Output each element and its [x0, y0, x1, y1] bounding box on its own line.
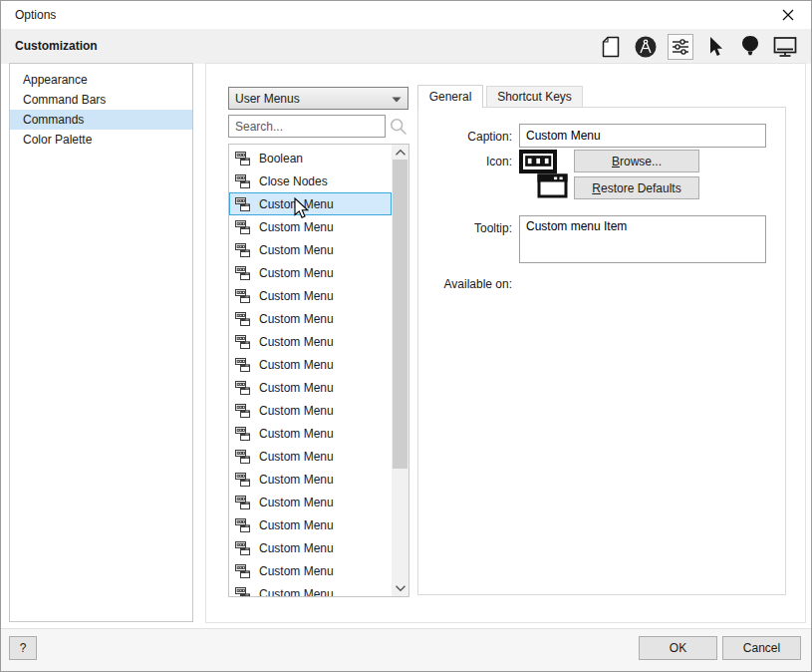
list-item[interactable]: Custom Menu — [229, 330, 392, 353]
command-list: Boolean Close Nodes — [228, 144, 409, 597]
list-item-label: Custom Menu — [259, 381, 334, 395]
custom-menu-icon — [234, 310, 251, 327]
list-item[interactable]: Custom Menu — [229, 261, 392, 284]
list-item[interactable]: Custom Menu — [229, 582, 392, 597]
sliders-icon[interactable] — [668, 34, 693, 60]
list-item[interactable]: Custom Menu — [229, 307, 392, 330]
custom-menu-icon — [234, 539, 251, 556]
custom-menu-icon — [234, 172, 251, 189]
list-item[interactable]: Custom Menu — [229, 399, 392, 422]
list-item-label: Boolean — [259, 152, 303, 166]
custom-menu-icon — [234, 494, 251, 510]
list-item[interactable]: Custom Menu — [229, 468, 392, 491]
custom-menu-icon — [234, 562, 251, 579]
document-icon[interactable] — [598, 34, 624, 60]
list-item-label: Custom Menu — [259, 335, 334, 349]
close-button[interactable] — [775, 5, 801, 27]
close-icon — [781, 8, 795, 25]
page-title: Customization — [15, 29, 98, 64]
custom-menu-icon — [234, 402, 251, 419]
scroll-thumb[interactable] — [393, 160, 407, 469]
tab-general[interactable]: General — [417, 85, 483, 108]
caption-field[interactable] — [519, 124, 766, 148]
list-item-label: Custom Menu — [259, 289, 334, 303]
list-item-label: Custom Menu — [259, 473, 334, 487]
list-item[interactable]: Boolean — [229, 147, 392, 169]
tab-shortcut-keys[interactable]: Shortcut Keys — [486, 86, 583, 108]
list-item-label: Custom Menu — [259, 266, 334, 280]
command-group-dropdown[interactable]: User Menus — [228, 87, 408, 110]
chevron-down-icon — [392, 92, 402, 106]
scroll-up-arrow[interactable] — [392, 145, 408, 161]
options-dialog: Options Customization — [0, 0, 812, 672]
list-item[interactable]: Custom Menu — [229, 513, 392, 536]
custom-menu-icon — [234, 379, 251, 396]
custom-menu-icon — [234, 471, 251, 488]
custom-menu-icon — [234, 585, 251, 597]
scrollbar[interactable] — [392, 145, 408, 596]
list-item-label: Custom Menu — [259, 404, 334, 418]
command-list-rows: Boolean Close Nodes — [229, 147, 392, 597]
list-item[interactable]: Custom Menu — [229, 284, 392, 307]
custom-menu-icon — [234, 264, 251, 281]
ok-button[interactable]: OK — [639, 636, 717, 660]
list-item-label: Custom Menu — [259, 496, 334, 509]
sidebar-item-label: Color Palette — [23, 133, 92, 147]
custom-menu-icon — [234, 241, 251, 258]
list-item-label: Custom Menu — [259, 358, 334, 372]
list-item-label: Custom Menu — [259, 564, 334, 578]
list-item[interactable]: Custom Menu — [229, 491, 392, 513]
list-item-label: Close Nodes — [259, 174, 328, 188]
sidebar-item-appearance[interactable]: Appearance — [10, 70, 192, 90]
list-item[interactable]: Custom Menu — [229, 559, 392, 582]
category-list: Appearance Command Bars Commands Color P… — [9, 63, 193, 622]
tooltip-label: Tooltip: — [407, 221, 512, 235]
browse-button[interactable]: Browse... — [574, 150, 699, 172]
custom-menu-icon — [234, 195, 251, 212]
monitor-icon[interactable] — [772, 34, 798, 60]
custom-menu-icon — [234, 150, 251, 167]
list-item-label: Custom Menu — [259, 220, 334, 234]
custom-menu-icon — [234, 218, 251, 235]
list-item[interactable]: Custom Menu — [229, 422, 392, 445]
window-title: Options — [15, 8, 56, 22]
custom-menu-icon — [234, 516, 251, 533]
restore-defaults-button[interactable]: Restore Defaults — [574, 176, 699, 199]
list-item-label: Custom Menu — [259, 243, 334, 257]
list-item-label: Custom Menu — [259, 197, 334, 211]
scroll-down-arrow[interactable] — [392, 580, 408, 596]
available-on-label: Available on: — [407, 277, 512, 291]
tooltip-field[interactable]: Custom menu Item — [519, 215, 766, 263]
custom-menu-icon — [234, 333, 251, 350]
cancel-button[interactable]: Cancel — [722, 636, 801, 660]
help-button[interactable]: ? — [9, 636, 37, 660]
drawing-compass-icon[interactable] — [633, 34, 659, 60]
search-icon[interactable] — [389, 117, 408, 140]
list-item[interactable]: Custom Menu — [229, 353, 392, 376]
list-item[interactable]: Custom Menu — [229, 215, 392, 238]
search-input[interactable] — [228, 115, 386, 138]
cursor-icon[interactable] — [702, 34, 728, 60]
custom-menu-icon — [234, 356, 251, 373]
sidebar-item-label: Command Bars — [23, 93, 106, 107]
custom-menu-icon — [234, 448, 251, 465]
header-icon-toolbar — [598, 29, 798, 64]
icon-label: Icon: — [407, 155, 512, 168]
list-item[interactable]: Close Nodes — [229, 169, 392, 192]
title-bar: Options — [1, 1, 811, 29]
list-item[interactable]: Custom Menu — [229, 376, 392, 399]
sidebar-item-command-bars[interactable]: Command Bars — [10, 90, 192, 110]
list-item[interactable]: Custom Menu — [229, 445, 392, 468]
balloon-icon[interactable] — [737, 34, 763, 60]
custom-menu-icon — [234, 287, 251, 304]
list-item[interactable]: Custom Menu — [229, 192, 392, 215]
sidebar-item-label: Appearance — [23, 73, 88, 87]
list-item-label: Custom Menu — [259, 427, 334, 441]
header-bar: Customization — [1, 29, 811, 64]
sidebar-item-color-palette[interactable]: Color Palette — [10, 130, 192, 150]
list-item[interactable]: Custom Menu — [229, 238, 392, 261]
list-item-label: Custom Menu — [259, 587, 334, 598]
sidebar-item-label: Commands — [23, 113, 84, 127]
sidebar-item-commands[interactable]: Commands — [10, 110, 192, 130]
list-item[interactable]: Custom Menu — [229, 536, 392, 559]
